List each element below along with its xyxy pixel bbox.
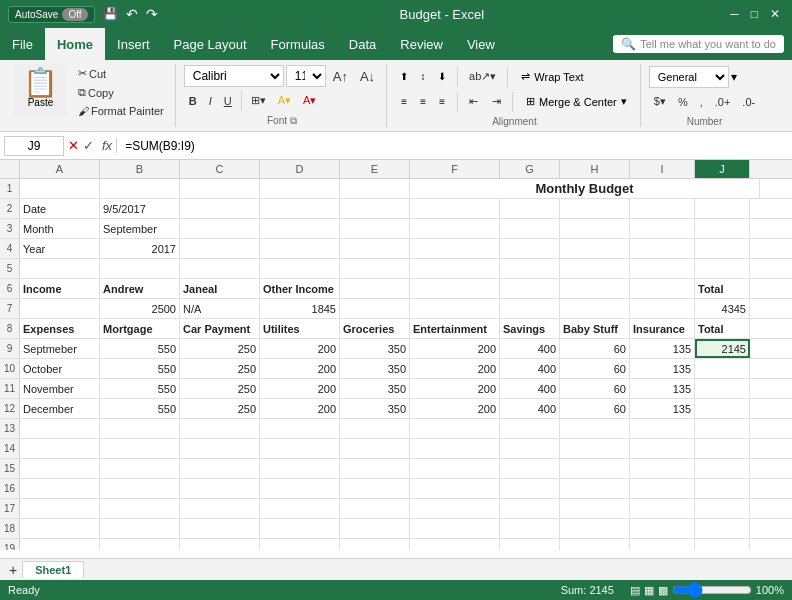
cell-i10[interactable]: 135 xyxy=(630,359,695,378)
cell-e5[interactable] xyxy=(340,259,410,278)
cell-e8[interactable]: Groceries xyxy=(340,319,410,338)
orientation-button[interactable]: ab↗▾ xyxy=(464,67,501,86)
cell-j8[interactable]: Total xyxy=(695,319,750,338)
row-num-6[interactable]: 6 xyxy=(0,279,20,298)
cell-c2[interactable] xyxy=(180,199,260,218)
row-num-14[interactable]: 14 xyxy=(0,439,20,458)
cell-c4[interactable] xyxy=(180,239,260,258)
autosave-badge[interactable]: AutoSave Off xyxy=(8,6,95,23)
cell-i4[interactable] xyxy=(630,239,695,258)
align-center-button[interactable]: ≡ xyxy=(414,93,432,111)
font-shrink-button[interactable]: A↓ xyxy=(355,66,380,87)
row-num-11[interactable]: 11 xyxy=(0,379,20,398)
cell-d9[interactable]: 200 xyxy=(260,339,340,358)
align-right-button[interactable]: ≡ xyxy=(433,93,451,111)
autosave-state[interactable]: Off xyxy=(62,8,87,21)
cancel-formula-icon[interactable]: ✕ xyxy=(68,138,79,153)
cell-b4[interactable]: 2017 xyxy=(100,239,180,258)
cell-j5[interactable] xyxy=(695,259,750,278)
cell-d5[interactable] xyxy=(260,259,340,278)
cell-h5[interactable] xyxy=(560,259,630,278)
font-size-select[interactable]: 11 10 12 14 xyxy=(286,65,326,87)
font-family-select[interactable]: Calibri Arial Times New Roman xyxy=(184,65,284,87)
cell-h12[interactable]: 60 xyxy=(560,399,630,418)
undo-icon[interactable]: ↶ xyxy=(126,6,138,22)
italic-button[interactable]: I xyxy=(204,92,217,110)
number-format-select[interactable]: General Number Currency Percentage xyxy=(649,66,729,88)
menu-page-layout[interactable]: Page Layout xyxy=(162,28,259,60)
merge-dropdown-icon[interactable]: ▾ xyxy=(621,95,627,108)
row-num-4[interactable]: 4 xyxy=(0,239,20,258)
cell-j4[interactable] xyxy=(695,239,750,258)
view-page-icon[interactable]: ▩ xyxy=(658,584,668,597)
row-num-13[interactable]: 13 xyxy=(0,419,20,438)
cell-i12[interactable]: 135 xyxy=(630,399,695,418)
cell-i7[interactable] xyxy=(630,299,695,318)
cell-f2[interactable] xyxy=(410,199,500,218)
row-num-10[interactable]: 10 xyxy=(0,359,20,378)
cell-f8[interactable]: Entertainment xyxy=(410,319,500,338)
col-header-i[interactable]: I xyxy=(630,160,695,178)
underline-button[interactable]: U xyxy=(219,92,237,110)
cell-g2[interactable] xyxy=(500,199,560,218)
cell-d2[interactable] xyxy=(260,199,340,218)
cell-e2[interactable] xyxy=(340,199,410,218)
cell-g3[interactable] xyxy=(500,219,560,238)
cell-j11[interactable] xyxy=(695,379,750,398)
cell-b5[interactable] xyxy=(100,259,180,278)
sheet-tab-sheet1[interactable]: Sheet1 xyxy=(22,561,84,578)
cell-j6[interactable]: Total xyxy=(695,279,750,298)
row-num-5[interactable]: 5 xyxy=(0,259,20,278)
cell-g12[interactable]: 400 xyxy=(500,399,560,418)
cell-b8[interactable]: Mortgage xyxy=(100,319,180,338)
cell-a10[interactable]: October xyxy=(20,359,100,378)
col-header-b[interactable]: B xyxy=(100,160,180,178)
row-num-16[interactable]: 16 xyxy=(0,479,20,498)
cell-c11[interactable]: 250 xyxy=(180,379,260,398)
cell-g10[interactable]: 400 xyxy=(500,359,560,378)
cell-e12[interactable]: 350 xyxy=(340,399,410,418)
row-num-15[interactable]: 15 xyxy=(0,459,20,478)
cell-i11[interactable]: 135 xyxy=(630,379,695,398)
cell-d1[interactable] xyxy=(260,179,340,198)
cell-b1[interactable] xyxy=(100,179,180,198)
row-num-2[interactable]: 2 xyxy=(0,199,20,218)
cell-h10[interactable]: 60 xyxy=(560,359,630,378)
cell-e11[interactable]: 350 xyxy=(340,379,410,398)
cell-f11[interactable]: 200 xyxy=(410,379,500,398)
col-header-h[interactable]: H xyxy=(560,160,630,178)
col-header-g[interactable]: G xyxy=(500,160,560,178)
col-header-j[interactable]: J xyxy=(695,160,750,178)
cell-a4[interactable]: Year xyxy=(20,239,100,258)
cell-j12[interactable] xyxy=(695,399,750,418)
align-left-button[interactable]: ≡ xyxy=(395,93,413,111)
cell-f3[interactable] xyxy=(410,219,500,238)
menu-formulas[interactable]: Formulas xyxy=(259,28,337,60)
cut-button[interactable]: ✂ Cut xyxy=(73,64,169,83)
comma-button[interactable]: , xyxy=(695,93,708,111)
format-painter-button[interactable]: 🖌 Format Painter xyxy=(73,102,169,120)
view-layout-icon[interactable]: ▦ xyxy=(644,584,654,597)
menu-file[interactable]: File xyxy=(0,28,45,60)
row-num-7[interactable]: 7 xyxy=(0,299,20,318)
cell-b3[interactable]: September xyxy=(100,219,180,238)
cell-a12[interactable]: December xyxy=(20,399,100,418)
cell-e10[interactable]: 350 xyxy=(340,359,410,378)
cell-c7[interactable]: N/A xyxy=(180,299,260,318)
cell-g4[interactable] xyxy=(500,239,560,258)
cell-d7[interactable]: 1845 xyxy=(260,299,340,318)
copy-button[interactable]: ⧉ Copy xyxy=(73,83,169,102)
cell-b7[interactable]: 2500 xyxy=(100,299,180,318)
number-format-dropdown[interactable]: ▾ xyxy=(731,70,737,84)
cell-f10[interactable]: 200 xyxy=(410,359,500,378)
cell-g9[interactable]: 400 xyxy=(500,339,560,358)
menu-home[interactable]: Home xyxy=(45,28,105,60)
col-header-d[interactable]: D xyxy=(260,160,340,178)
cell-c1[interactable] xyxy=(180,179,260,198)
cell-c9[interactable]: 250 xyxy=(180,339,260,358)
cell-j9[interactable]: 2145 xyxy=(695,339,750,358)
cell-h9[interactable]: 60 xyxy=(560,339,630,358)
cell-g11[interactable]: 400 xyxy=(500,379,560,398)
cell-h11[interactable]: 60 xyxy=(560,379,630,398)
cell-j3[interactable] xyxy=(695,219,750,238)
